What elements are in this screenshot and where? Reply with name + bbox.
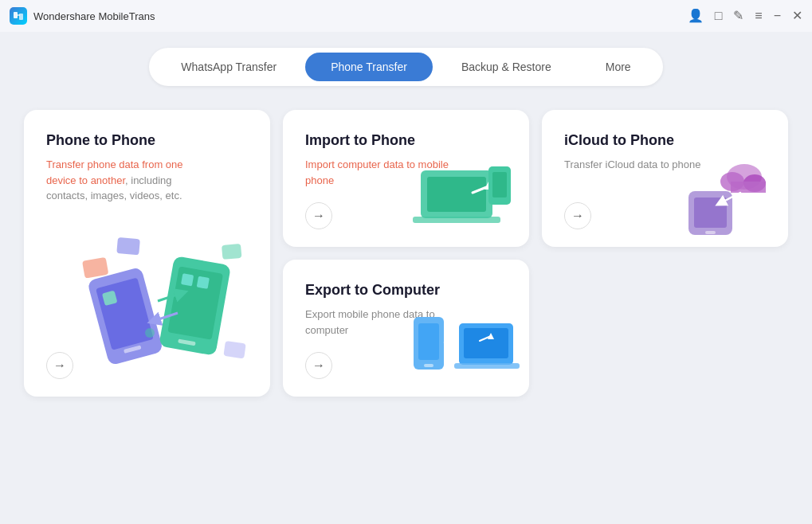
card-export-arrow[interactable]: → xyxy=(305,352,332,379)
titlebar: Wondershare MobileTrans 👤 □ ✎ ≡ − ✕ xyxy=(0,0,812,32)
card-phone-to-phone[interactable]: Phone to Phone Transfer phone data from … xyxy=(24,110,270,397)
titlebar-left: Wondershare MobileTrans xyxy=(10,7,155,25)
card-phone-to-phone-arrow[interactable]: → xyxy=(46,352,73,379)
phone-pair-illustration xyxy=(74,221,257,381)
tab-whatsapp[interactable]: WhatsApp Transfer xyxy=(155,53,302,81)
svg-rect-13 xyxy=(222,244,241,260)
tab-phone[interactable]: Phone Transfer xyxy=(305,53,433,81)
bookmark-icon[interactable]: □ xyxy=(715,10,723,22)
card-export-to-computer[interactable]: Export to Computer Export mobile phone d… xyxy=(283,260,529,397)
svg-rect-21 xyxy=(492,172,507,197)
svg-rect-30 xyxy=(418,323,439,360)
svg-rect-12 xyxy=(116,237,140,255)
svg-rect-11 xyxy=(82,257,108,279)
export-illustration xyxy=(410,301,521,389)
svg-rect-9 xyxy=(180,273,193,286)
tabbar: WhatsApp Transfer Phone Transfer Backup … xyxy=(149,48,662,86)
tab-backup[interactable]: Backup & Restore xyxy=(436,53,577,81)
svg-rect-35 xyxy=(454,363,520,369)
svg-rect-31 xyxy=(424,364,433,367)
card-icloud-title: iCloud to Phone xyxy=(564,132,766,149)
svg-rect-28 xyxy=(731,182,766,193)
svg-rect-24 xyxy=(705,231,716,234)
app-name: Wondershare MobileTrans xyxy=(33,10,155,22)
svg-rect-34 xyxy=(464,328,508,358)
main-content: WhatsApp Transfer Phone Transfer Backup … xyxy=(0,32,812,524)
svg-rect-17 xyxy=(427,177,486,212)
svg-rect-14 xyxy=(223,341,245,358)
card-phone-to-phone-title: Phone to Phone xyxy=(46,132,248,149)
icloud-illustration xyxy=(677,151,780,239)
svg-rect-1 xyxy=(19,14,23,20)
card-import-arrow[interactable]: → xyxy=(305,202,332,229)
titlebar-controls: 👤 □ ✎ ≡ − ✕ xyxy=(688,10,802,22)
account-icon[interactable]: 👤 xyxy=(688,10,704,22)
card-phone-to-phone-desc: Transfer phone data from one device to a… xyxy=(46,157,206,204)
tab-more[interactable]: More xyxy=(580,53,657,81)
card-import-to-phone[interactable]: Import to Phone Import computer data to … xyxy=(283,110,529,247)
card-export-title: Export to Computer xyxy=(305,282,507,299)
card-icloud-arrow[interactable]: → xyxy=(564,202,591,229)
minimize-icon[interactable]: − xyxy=(774,10,781,22)
card-icloud-to-phone[interactable]: iCloud to Phone Transfer iCloud data to … xyxy=(542,110,788,247)
import-illustration xyxy=(413,147,516,234)
svg-rect-18 xyxy=(413,217,500,223)
edit-icon[interactable]: ✎ xyxy=(733,10,743,22)
svg-point-15 xyxy=(145,328,155,338)
app-icon xyxy=(10,7,27,25)
close-icon[interactable]: ✕ xyxy=(792,10,802,22)
svg-rect-10 xyxy=(196,276,209,289)
menu-icon[interactable]: ≡ xyxy=(755,10,762,22)
cards-grid: Phone to Phone Transfer phone data from … xyxy=(24,110,788,397)
